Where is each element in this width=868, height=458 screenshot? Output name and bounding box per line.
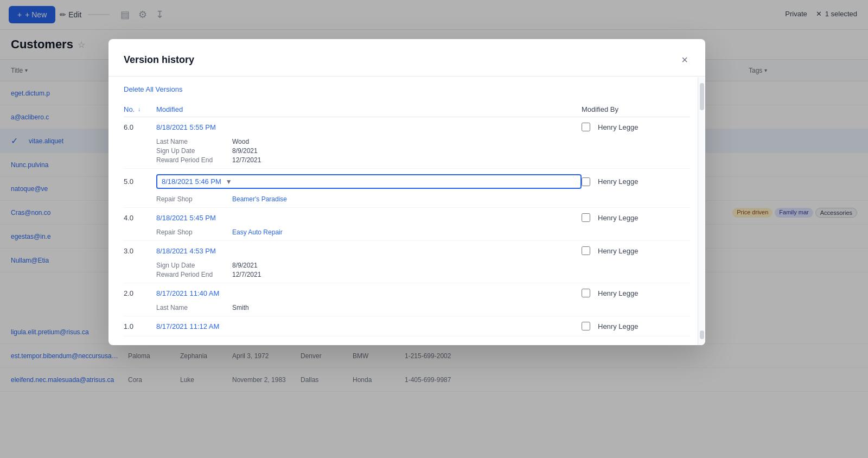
version-checkbox[interactable] [582, 177, 590, 186]
col-modified-label: Modified [156, 105, 183, 113]
version-row-main: 5.0 8/18/2021 5:46 PM ▼ Henry Legge [124, 169, 690, 194]
version-row-main: 4.0 8/18/2021 5:45 PM Henry Legge [124, 208, 690, 227]
detail-label: Repair Shop [156, 228, 232, 236]
detail-label: Last Name [156, 304, 232, 311]
modified-by-name: Henry Legge [598, 289, 638, 297]
modal-title: Version history [124, 54, 194, 66]
version-detail: Repair Shop Easy Auto Repair [124, 227, 690, 240]
modal-body: Delete All Versions No. ↓ Modified Modif… [108, 77, 705, 345]
detail-label: Reward Period End [156, 156, 232, 164]
col-modified[interactable]: Modified [156, 105, 582, 113]
modified-by-name: Henry Legge [598, 123, 638, 131]
version-row-main: 6.0 8/18/2021 5:55 PM Henry Legge [124, 117, 690, 137]
modified-by-name: Henry Legge [598, 177, 638, 186]
version-detail: Last Name Wood Sign Up Date 8/9/2021 Rew… [124, 137, 690, 168]
detail-label: Repair Shop [156, 195, 232, 203]
detail-value: 8/9/2021 [232, 262, 690, 269]
detail-label: Last Name [156, 138, 232, 145]
version-number: 1.0 [124, 322, 156, 330]
version-detail: Last Name Smith [124, 303, 690, 316]
version-checkbox[interactable] [582, 123, 590, 131]
version-modified-by: Henry Legge [582, 123, 690, 131]
version-row-group-2: 2.0 8/17/2021 11:40 AM Henry Legge Last … [124, 283, 690, 316]
version-row-main: 1.0 8/17/2021 11:12 AM Henry Legge [124, 316, 690, 336]
version-modified-by: Henry Legge [582, 177, 690, 186]
detail-value: 12/7/2021 [232, 156, 690, 164]
modal-scrollbar[interactable] [698, 77, 705, 345]
version-checkbox[interactable] [582, 246, 590, 255]
version-date-link[interactable]: 8/18/2021 5:45 PM [156, 214, 582, 222]
detail-label: Reward Period End [156, 271, 232, 278]
version-row-main: 3.0 8/18/2021 4:53 PM Henry Legge [124, 241, 690, 260]
col-modified-by-label: Modified By [582, 105, 618, 113]
modal-header: Version history × [108, 39, 705, 77]
detail-label: Sign Up Date [156, 147, 232, 155]
version-date-link[interactable]: 8/18/2021 5:55 PM [156, 123, 582, 131]
version-checkbox[interactable] [582, 213, 590, 222]
version-date-link-selected[interactable]: 8/18/2021 5:46 PM ▼ [156, 174, 582, 189]
detail-value: 12/7/2021 [232, 271, 690, 278]
version-detail: Repair Shop Beamer's Paradise [124, 194, 690, 207]
version-row-group-1: 1.0 8/17/2021 11:12 AM Henry Legge [124, 316, 690, 336]
modal-close-button[interactable]: × [679, 52, 690, 67]
version-number: 5.0 [124, 177, 156, 186]
detail-label: Sign Up Date [156, 262, 232, 269]
detail-value: 8/9/2021 [232, 147, 690, 155]
version-modified-by: Henry Legge [582, 289, 690, 297]
version-number: 6.0 [124, 123, 156, 131]
scrollbar-thumb [700, 83, 704, 110]
version-number: 2.0 [124, 289, 156, 297]
dropdown-arrow-icon: ▼ [226, 178, 232, 186]
delete-all-versions-link[interactable]: Delete All Versions [124, 85, 182, 93]
version-modified-by: Henry Legge [582, 246, 690, 255]
detail-value: Wood [232, 138, 690, 145]
version-detail: Sign Up Date 8/9/2021 Reward Period End … [124, 260, 690, 283]
version-row-main: 2.0 8/17/2021 11:40 AM Henry Legge [124, 283, 690, 303]
version-row-group-4: 4.0 8/18/2021 5:45 PM Henry Legge Repair… [124, 208, 690, 241]
selected-date-text: 8/18/2021 5:46 PM [162, 177, 221, 186]
modified-by-name: Henry Legge [598, 247, 638, 255]
version-row-group-3: 3.0 8/18/2021 4:53 PM Henry Legge Sign U… [124, 241, 690, 283]
version-checkbox[interactable] [582, 322, 590, 330]
version-table-header: No. ↓ Modified Modified By [124, 102, 690, 117]
version-date-link[interactable]: 8/17/2021 11:12 AM [156, 322, 582, 330]
version-history-modal: Version history × Delete All Versions No… [108, 39, 705, 345]
version-number: 3.0 [124, 247, 156, 255]
version-row-group-5: 5.0 8/18/2021 5:46 PM ▼ Henry Legge Repa… [124, 169, 690, 208]
col-no[interactable]: No. ↓ [124, 105, 156, 113]
version-modified-by: Henry Legge [582, 322, 690, 330]
version-number: 4.0 [124, 214, 156, 222]
sort-arrow-icon: ↓ [138, 106, 141, 112]
modified-by-name: Henry Legge [598, 214, 638, 222]
detail-value-link[interactable]: Beamer's Paradise [232, 195, 690, 203]
detail-value-link[interactable]: Easy Auto Repair [232, 228, 690, 236]
version-date-link[interactable]: 8/17/2021 11:40 AM [156, 289, 582, 297]
modified-by-name: Henry Legge [598, 322, 638, 330]
scrollbar-bottom-arrow [700, 330, 704, 339]
col-modified-by: Modified By [582, 105, 690, 113]
version-checkbox[interactable] [582, 289, 590, 297]
version-modified-by: Henry Legge [582, 213, 690, 222]
version-row-group-6: 6.0 8/18/2021 5:55 PM Henry Legge Last N… [124, 117, 690, 169]
col-no-label: No. [124, 105, 135, 113]
version-date-link[interactable]: 8/18/2021 4:53 PM [156, 247, 582, 255]
detail-value: Smith [232, 304, 690, 311]
